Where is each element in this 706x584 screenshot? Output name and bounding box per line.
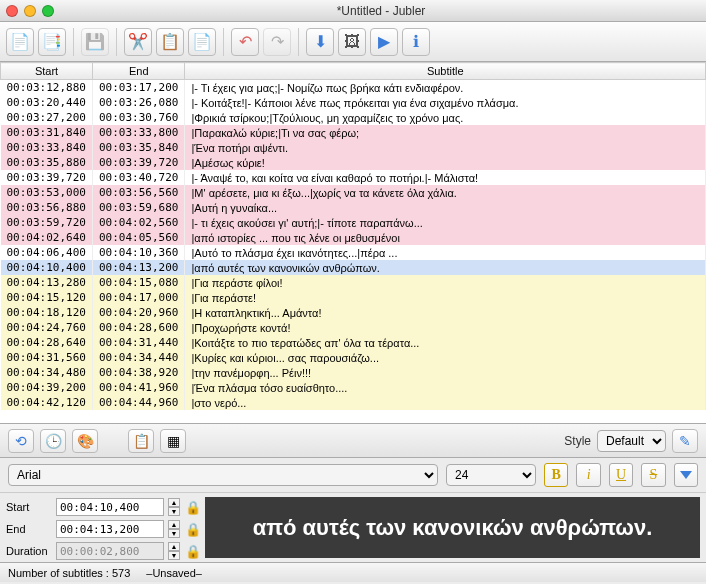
end-time-input[interactable] (56, 520, 164, 538)
table-row[interactable]: 00:04:28,64000:04:31,440|Κοιτάξτε το πιο… (1, 335, 706, 350)
rewind-button[interactable]: ⟲ (8, 429, 34, 453)
cell-end[interactable]: 00:03:35,840 (92, 140, 184, 155)
table-row[interactable]: 00:03:39,72000:03:40,720|- Άναψέ το, και… (1, 170, 706, 185)
cell-end[interactable]: 00:03:39,720 (92, 155, 184, 170)
cell-subtitle[interactable]: |Κυρίες και κύριοι... σας παρουσιάζω... (185, 350, 706, 365)
cell-subtitle[interactable]: |Φρικιά τσίρκου;|Τζούλιους, μη χαραμίζει… (185, 110, 706, 125)
table-row[interactable]: 00:03:31,84000:03:33,800|Παρακαλώ κύριε;… (1, 125, 706, 140)
cell-end[interactable]: 00:04:31,440 (92, 335, 184, 350)
col-subtitle[interactable]: Subtitle (185, 63, 706, 80)
new-child-button[interactable]: 📑 (38, 28, 66, 56)
cell-start[interactable]: 00:03:12,880 (1, 80, 93, 96)
cell-end[interactable]: 00:04:44,960 (92, 395, 184, 410)
table-row[interactable]: 00:03:20,44000:03:26,080|- Κοιτάξτε!|- Κ… (1, 95, 706, 110)
cell-end[interactable]: 00:04:10,360 (92, 245, 184, 260)
cell-start[interactable]: 00:03:31,840 (1, 125, 93, 140)
cell-subtitle[interactable]: |- Άναψέ το, και κοίτα να είναι καθαρό τ… (185, 170, 706, 185)
cell-subtitle[interactable]: |Παρακαλώ κύριε;|Τι να σας φέρω; (185, 125, 706, 140)
cell-start[interactable]: 00:04:10,400 (1, 260, 93, 275)
cell-subtitle[interactable]: |Ένα πλάσμα τόσο ευαίσθητο.... (185, 380, 706, 395)
table-row[interactable]: 00:04:02,64000:04:05,560|από ιστορίες ..… (1, 230, 706, 245)
cell-subtitle[interactable]: |Για περάστε! (185, 290, 706, 305)
cell-subtitle[interactable]: |Αυτή η γυναίκα... (185, 200, 706, 215)
underline-button[interactable]: U (609, 463, 633, 487)
style-select[interactable]: Default (597, 430, 666, 452)
cell-subtitle[interactable]: |- τι έχεις ακούσει γι' αυτή;|- τίποτε π… (185, 215, 706, 230)
cell-start[interactable]: 00:03:53,000 (1, 185, 93, 200)
table-row[interactable]: 00:04:18,12000:04:20,960|Η καταπληκτική.… (1, 305, 706, 320)
minimize-window-button[interactable] (24, 5, 36, 17)
cell-subtitle[interactable]: |Προχωρήστε κοντά! (185, 320, 706, 335)
cell-subtitle[interactable]: |την πανέμορφη... Ρέιν!!! (185, 365, 706, 380)
table-row[interactable]: 00:04:13,28000:04:15,080|Για περάστε φίλ… (1, 275, 706, 290)
cell-subtitle[interactable]: |από ιστορίες ... που τις λένε οι μεθυσμ… (185, 230, 706, 245)
cell-end[interactable]: 00:04:05,560 (92, 230, 184, 245)
cell-subtitle[interactable]: |στο νερό... (185, 395, 706, 410)
end-spinner[interactable]: ▲▼ (168, 520, 180, 538)
cell-end[interactable]: 00:03:56,560 (92, 185, 184, 200)
cell-start[interactable]: 00:04:15,120 (1, 290, 93, 305)
cell-end[interactable]: 00:04:38,920 (92, 365, 184, 380)
font-size-select[interactable]: 24 (446, 464, 536, 486)
cell-end[interactable]: 00:04:28,600 (92, 320, 184, 335)
cell-start[interactable]: 00:04:42,120 (1, 395, 93, 410)
cell-start[interactable]: 00:04:13,280 (1, 275, 93, 290)
cell-end[interactable]: 00:04:17,000 (92, 290, 184, 305)
grid-tool-button[interactable]: ▦ (160, 429, 186, 453)
bold-button[interactable]: B (544, 463, 568, 487)
close-window-button[interactable] (6, 5, 18, 17)
cell-end[interactable]: 00:03:40,720 (92, 170, 184, 185)
cell-start[interactable]: 00:03:39,720 (1, 170, 93, 185)
cell-start[interactable]: 00:04:06,400 (1, 245, 93, 260)
end-lock-icon[interactable]: 🔒 (184, 522, 202, 537)
cell-end[interactable]: 00:04:20,960 (92, 305, 184, 320)
cell-start[interactable]: 00:03:20,440 (1, 95, 93, 110)
strike-button[interactable]: S (641, 463, 665, 487)
clipboard-tool-button[interactable]: 📋 (128, 429, 154, 453)
table-row[interactable]: 00:03:53,00000:03:56,560|Μ' αρέσετε, μια… (1, 185, 706, 200)
start-time-input[interactable] (56, 498, 164, 516)
cell-end[interactable]: 00:04:02,560 (92, 215, 184, 230)
cell-start[interactable]: 00:03:27,200 (1, 110, 93, 125)
cell-subtitle[interactable]: |Αυτό το πλάσμα έχει ικανότητες...|πέρα … (185, 245, 706, 260)
cell-subtitle[interactable]: |Για περάστε φίλοι! (185, 275, 706, 290)
zoom-window-button[interactable] (42, 5, 54, 17)
table-row[interactable]: 00:04:31,56000:04:34,440|Κυρίες και κύρι… (1, 350, 706, 365)
font-family-select[interactable]: Arial (8, 464, 438, 486)
cell-subtitle[interactable]: |- Τι έχεις για μας;|- Νομίζω πως βρήκα … (185, 80, 706, 96)
cell-end[interactable]: 00:03:33,800 (92, 125, 184, 140)
cell-subtitle[interactable]: |από αυτές των κανονικών ανθρώπων. (185, 260, 706, 275)
cell-end[interactable]: 00:03:17,200 (92, 80, 184, 96)
cell-end[interactable]: 00:04:15,080 (92, 275, 184, 290)
cell-end[interactable]: 00:04:34,440 (92, 350, 184, 365)
table-row[interactable]: 00:03:59,72000:04:02,560|- τι έχεις ακού… (1, 215, 706, 230)
copy-button[interactable]: 📋 (156, 28, 184, 56)
cell-end[interactable]: 00:03:26,080 (92, 95, 184, 110)
table-row[interactable]: 00:04:10,40000:04:13,200|από αυτές των κ… (1, 260, 706, 275)
cell-start[interactable]: 00:04:31,560 (1, 350, 93, 365)
undo-button[interactable]: ↶ (231, 28, 259, 56)
edit-style-button[interactable]: ✎ (672, 429, 698, 453)
cell-start[interactable]: 00:03:35,880 (1, 155, 93, 170)
cell-end[interactable]: 00:04:13,200 (92, 260, 184, 275)
table-row[interactable]: 00:03:33,84000:03:35,840|Ένα ποτήρι αψέν… (1, 140, 706, 155)
table-row[interactable]: 00:03:56,88000:03:59,680|Αυτή η γυναίκα.… (1, 200, 706, 215)
col-start[interactable]: Start (1, 63, 93, 80)
cell-start[interactable]: 00:04:28,640 (1, 335, 93, 350)
cell-start[interactable]: 00:03:56,880 (1, 200, 93, 215)
duration-spinner[interactable]: ▲▼ (168, 542, 180, 560)
time-tool-button[interactable]: 🕒 (40, 429, 66, 453)
cell-subtitle[interactable]: |- Κοιτάξτε!|- Κάποιοι λένε πως πρόκειτα… (185, 95, 706, 110)
table-row[interactable]: 00:04:39,20000:04:41,960|Ένα πλάσμα τόσο… (1, 380, 706, 395)
table-row[interactable]: 00:04:24,76000:04:28,600|Προχωρήστε κοντ… (1, 320, 706, 335)
start-lock-icon[interactable]: 🔒 (184, 500, 202, 515)
duration-lock-icon[interactable]: 🔒 (184, 544, 202, 559)
cell-subtitle[interactable]: |Κοιτάξτε το πιο τερατώδες απ' όλα τα τέ… (185, 335, 706, 350)
cell-subtitle[interactable]: |Μ' αρέσετε, μια κι έξω...|χωρίς να τα κ… (185, 185, 706, 200)
cell-start[interactable]: 00:04:34,480 (1, 365, 93, 380)
new-file-button[interactable]: 📄 (6, 28, 34, 56)
table-row[interactable]: 00:04:34,48000:04:38,920|την πανέμορφη..… (1, 365, 706, 380)
subtitle-table-scroll[interactable]: Start End Subtitle 00:03:12,88000:03:17,… (0, 62, 706, 424)
cell-start[interactable]: 00:04:18,120 (1, 305, 93, 320)
preview-button[interactable]: 🖼 (338, 28, 366, 56)
